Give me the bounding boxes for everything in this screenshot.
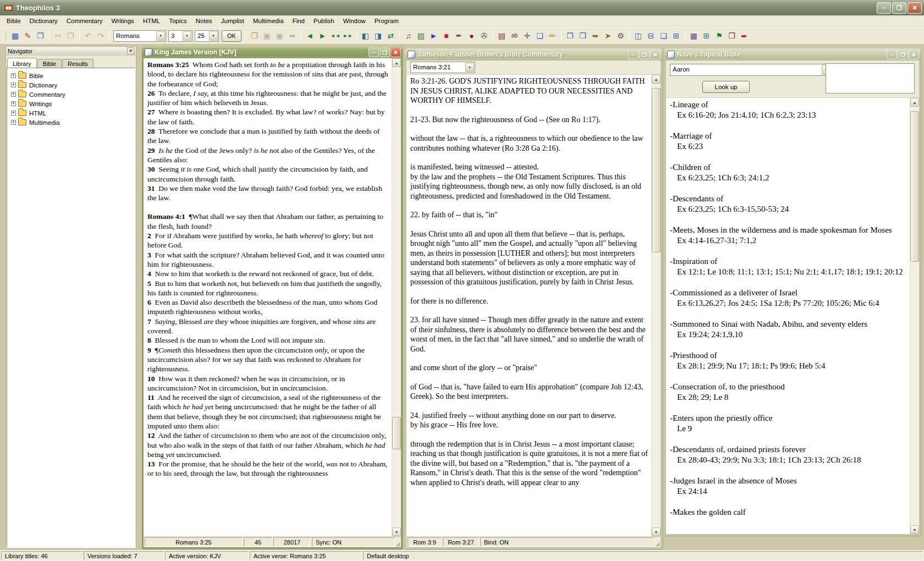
commentary-minimize-button[interactable]: ─ [628,50,639,59]
navigator-close-button[interactable]: ✕ [127,47,134,54]
expand-icon[interactable]: + [11,120,16,125]
commentary-close-button[interactable]: ✕ [650,50,661,59]
menu-dictionary[interactable]: Dictionary [25,16,62,26]
kjv-titlebar[interactable]: King James Version [KJV] ─ ❐ ✕ [142,46,403,58]
grid-icon[interactable]: ⊞ [700,30,713,42]
scrollbar-track[interactable] [910,107,919,525]
tab-bible[interactable]: Bible [37,59,62,68]
kjv-scrollbar[interactable]: ▲ ▼ [392,58,401,536]
scrollbar-thumb[interactable] [392,417,401,449]
scroll-up-icon[interactable]: ▲ [652,75,661,84]
previous-chapter-icon[interactable]: ◄◄ [329,30,342,42]
menu-bible[interactable]: Bible [2,16,25,26]
verse-combo[interactable]: 25▼ [195,30,219,42]
paste-icon[interactable]: ➥ [589,30,602,42]
navigator-caption[interactable]: Navigator ✕ [6,47,136,56]
nave-list-pane[interactable]: -Lineage ofEx 6:16-20; Jos 21:4,10; 1Ch … [666,98,910,534]
look-up-button[interactable]: Look up [702,81,750,93]
nave-close-button[interactable]: ✕ [909,50,919,59]
menu-notes[interactable]: Notes [191,16,217,26]
open-folder-icon[interactable]: ❒ [248,30,261,42]
kjv-maximize-button[interactable]: ❐ [380,47,390,57]
cascade-icon[interactable]: ❏ [657,30,670,42]
maximize-button[interactable]: ❐ [892,2,906,14]
scroll-down-icon[interactable]: ▼ [392,527,401,536]
arrange-icons-icon[interactable]: ⊞ [670,30,683,42]
topic-combo[interactable]: Aaron ▼ [670,64,832,76]
expand-icon[interactable]: + [11,92,16,97]
scrollbar-track[interactable] [392,67,401,527]
goto-reference-icon[interactable]: ◧ [359,30,372,42]
exit-icon[interactable]: ➨ [738,30,751,42]
tile-vertical-icon[interactable]: ◫ [632,30,645,42]
menu-writings[interactable]: Writings [107,16,139,26]
kjv-close-button[interactable]: ✕ [391,47,401,57]
scroll-down-icon[interactable]: ▼ [910,525,919,534]
expand-icon[interactable]: + [11,111,16,116]
menu-html[interactable]: HTML [139,16,164,26]
nave-maximize-button[interactable]: ❐ [898,50,908,59]
goto-parallel-icon[interactable]: ◨ [372,30,384,42]
attachment-icon[interactable]: ✇ [478,30,491,42]
menu-publish[interactable]: Publish [309,16,339,26]
menu-find[interactable]: Find [288,16,309,26]
annotate-icon[interactable]: ✒ [453,30,465,42]
scrollbar-thumb[interactable] [910,111,919,262]
menu-commentary[interactable]: Commentary [62,16,107,26]
menu-window[interactable]: Window [339,16,370,26]
strongs-icon[interactable]: ab [508,30,521,42]
chapter-combo[interactable]: 3▼ [168,30,193,42]
nave-window[interactable]: Nave's Topical Bible ─ ❐ ✕ Aaron ▼ Look … [664,48,921,536]
options-icon[interactable]: ⚙ [614,30,627,42]
chevron-down-icon[interactable]: ▼ [156,31,165,41]
next-verse-icon[interactable]: ► [316,30,329,42]
copy-passage-icon[interactable]: ❒ [576,30,589,42]
scroll-up-icon[interactable]: ▲ [910,98,919,107]
preview-icon[interactable]: ❏ [534,30,546,42]
pictures-icon[interactable]: ▨ [415,30,427,42]
paste-special-icon[interactable]: ➤ [602,30,614,42]
scroll-up-icon[interactable]: ▲ [392,58,401,67]
kjv-window[interactable]: King James Version [KJV] ─ ❐ ✕ Romans 3:… [142,46,403,549]
library-icon[interactable]: ❒ [725,30,738,42]
menu-program[interactable]: Program [370,16,403,26]
menu-topics[interactable]: Topics [164,16,191,26]
desktops-icon[interactable]: ▦ [688,30,700,42]
next-chapter-icon[interactable]: ►► [342,30,354,42]
book-combo[interactable]: Romans▼ [113,30,166,42]
library-tree[interactable]: +Bible+Dictionary+Commentary+Writings+HT… [7,68,135,548]
tree-item-dictionary[interactable]: +Dictionary [8,80,134,90]
close-button[interactable]: ✕ [908,2,922,14]
topic-preview-box[interactable] [826,63,915,94]
chevron-down-icon[interactable]: ▼ [183,31,191,41]
stop-icon[interactable]: ■ [440,30,453,42]
edit-notes-icon[interactable]: ✏ [546,30,559,42]
tile-horizontal-icon[interactable]: ⊟ [645,30,657,42]
kjv-minimize-button[interactable]: ─ [369,47,379,57]
highlighter-icon[interactable]: ✎ [21,30,34,42]
scrollbar-track[interactable] [652,84,661,527]
commentary-maximize-button[interactable]: ❐ [639,50,650,59]
lexicon-icon[interactable]: ▤ [496,30,508,42]
desktop-layout-icon[interactable]: ▦ [9,30,21,42]
tree-item-writings[interactable]: +Writings [8,99,134,108]
tab-results[interactable]: Results [62,59,94,68]
previous-verse-icon[interactable]: ◄ [304,30,316,42]
sync-windows-icon[interactable]: ⇄ [384,30,397,42]
commentary-verse-combo[interactable]: Romans 3:21 ▼ [410,62,475,73]
copy-verse-icon[interactable]: ❐ [564,30,576,42]
expand-icon[interactable]: + [11,82,16,87]
sounds-icon[interactable]: ♫ [402,30,415,42]
app-titlebar[interactable]: Theophilos 3 ─ ❐ ✕ [0,0,924,15]
minimize-button[interactable]: ─ [877,2,891,14]
commentary-scrollbar[interactable]: ▲ ▼ [651,75,661,536]
tree-item-html[interactable]: +HTML [8,108,134,118]
expand-icon[interactable]: + [11,73,16,78]
record-icon[interactable]: ● [465,30,478,42]
nave-scrollbar[interactable]: ▲ ▼ [910,98,919,534]
copy-desktop-icon[interactable]: ❐ [34,30,47,42]
kjv-text-pane[interactable]: Romans 3:25 Whom God hath set forth to b… [144,58,392,536]
commentary-titlebar[interactable]: Jamieson-Fausset-Brown's Bible Commentar… [405,48,662,61]
commentary-text-pane[interactable]: Ro 3:21-26. GOD'S JUSTIFYING RIGHTEOUSNE… [406,75,651,536]
play-icon[interactable]: ► [427,30,440,42]
